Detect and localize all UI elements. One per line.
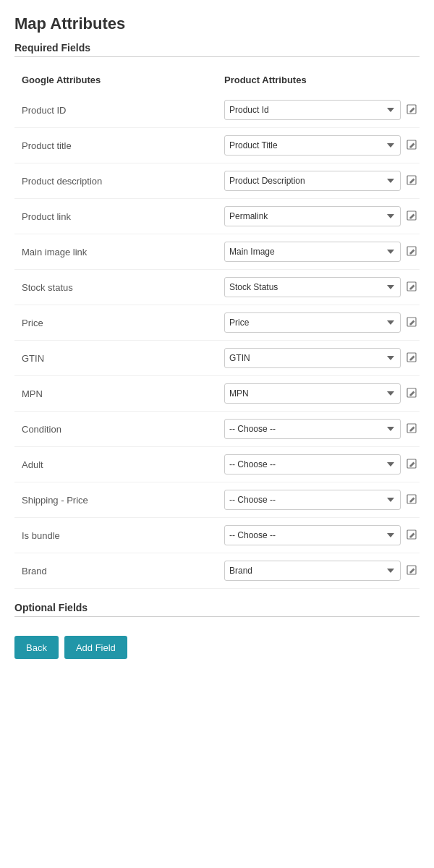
- attr-control-product-link: Permalink: [224, 206, 420, 226]
- attr-control-main-image-link: Main Image: [224, 242, 420, 262]
- attributes-table: Product IDProduct Id Product titleProduc…: [14, 93, 420, 589]
- attr-label-shipping-price: Shipping - Price: [14, 495, 224, 506]
- attr-select-adult[interactable]: -- Choose --: [224, 454, 401, 475]
- attr-label-adult: Adult: [14, 459, 224, 470]
- attr-label-condition: Condition: [14, 424, 224, 435]
- edit-icon-stock-status[interactable]: [405, 280, 420, 294]
- attr-select-product-description[interactable]: Product Description: [224, 171, 401, 191]
- table-row: Main image linkMain Image: [14, 234, 420, 270]
- edit-icon-gtin[interactable]: [405, 351, 420, 365]
- edit-icon-is-bundle[interactable]: [405, 528, 420, 542]
- table-row: Shipping - Price-- Choose --: [14, 482, 420, 518]
- attr-label-brand: Brand: [14, 566, 224, 576]
- table-row: Stock statusStock Status: [14, 270, 420, 305]
- optional-section-title: Optional Fields: [14, 602, 420, 613]
- table-row: Adult-- Choose --: [14, 447, 420, 482]
- attr-select-gtin[interactable]: GTIN: [224, 348, 401, 368]
- optional-divider: [14, 616, 420, 617]
- buttons-row: Back Add Field: [14, 630, 420, 659]
- attr-control-is-bundle: -- Choose --: [224, 525, 420, 545]
- attr-control-adult: -- Choose --: [224, 454, 420, 475]
- edit-icon-product-description[interactable]: [405, 174, 420, 188]
- edit-icon-mpn[interactable]: [405, 386, 420, 401]
- attr-label-mpn: MPN: [14, 388, 224, 399]
- edit-icon-main-image-link[interactable]: [405, 244, 420, 259]
- page-container: Map Attributes Required Fields Google At…: [0, 0, 434, 681]
- attr-label-stock-status: Stock status: [14, 282, 224, 293]
- attr-label-is-bundle: Is bundle: [14, 530, 224, 541]
- page-title: Map Attributes: [14, 14, 420, 33]
- table-row: Product descriptionProduct Description: [14, 163, 420, 199]
- table-row: MPNMPN: [14, 376, 420, 412]
- col-header-google: Google Attributes: [14, 75, 224, 85]
- optional-section: Optional Fields: [14, 602, 420, 617]
- attr-control-shipping-price: -- Choose --: [224, 490, 420, 510]
- col-header-product: Product Attributes: [224, 75, 420, 85]
- attr-select-shipping-price[interactable]: -- Choose --: [224, 490, 401, 510]
- table-row: Condition-- Choose --: [14, 412, 420, 447]
- back-button[interactable]: Back: [14, 636, 59, 659]
- attr-select-is-bundle[interactable]: -- Choose --: [224, 525, 401, 545]
- attr-label-product-link: Product link: [14, 211, 224, 222]
- attr-label-product-description: Product description: [14, 176, 224, 187]
- attr-control-mpn: MPN: [224, 383, 420, 404]
- table-row: GTINGTIN: [14, 341, 420, 376]
- edit-icon-shipping-price[interactable]: [405, 493, 420, 507]
- table-row: Product linkPermalink: [14, 199, 420, 234]
- required-section-title: Required Fields: [14, 42, 420, 54]
- attr-select-price[interactable]: Price: [224, 312, 401, 333]
- attr-control-brand: Brand: [224, 561, 420, 581]
- attr-label-product-id: Product ID: [14, 105, 224, 116]
- edit-icon-product-link[interactable]: [405, 209, 420, 224]
- attr-select-condition[interactable]: -- Choose --: [224, 419, 401, 439]
- attr-select-stock-status[interactable]: Stock Status: [224, 277, 401, 297]
- table-row: Is bundle-- Choose --: [14, 518, 420, 553]
- attr-control-product-description: Product Description: [224, 171, 420, 191]
- attr-select-product-title[interactable]: Product Title: [224, 135, 401, 156]
- attr-label-product-title: Product title: [14, 140, 224, 151]
- edit-icon-product-title[interactable]: [405, 138, 420, 153]
- table-row: BrandBrand: [14, 553, 420, 589]
- table-row: PricePrice: [14, 305, 420, 341]
- table-row: Product titleProduct Title: [14, 128, 420, 163]
- edit-icon-condition[interactable]: [405, 422, 420, 436]
- add-field-button[interactable]: Add Field: [64, 636, 127, 659]
- table-header: Google Attributes Product Attributes: [14, 70, 420, 93]
- attr-label-main-image-link: Main image link: [14, 247, 224, 258]
- edit-icon-adult[interactable]: [405, 457, 420, 472]
- attr-select-brand[interactable]: Brand: [224, 561, 401, 581]
- edit-icon-brand[interactable]: [405, 563, 420, 578]
- edit-icon-product-id[interactable]: [405, 103, 420, 117]
- attr-label-gtin: GTIN: [14, 353, 224, 364]
- edit-icon-price[interactable]: [405, 315, 420, 330]
- attr-select-mpn[interactable]: MPN: [224, 383, 401, 404]
- attr-control-condition: -- Choose --: [224, 419, 420, 439]
- attr-select-product-id[interactable]: Product Id: [224, 100, 401, 120]
- attr-label-price: Price: [14, 318, 224, 328]
- attr-control-gtin: GTIN: [224, 348, 420, 368]
- required-divider: [14, 56, 420, 57]
- attr-select-main-image-link[interactable]: Main Image: [224, 242, 401, 262]
- table-row: Product IDProduct Id: [14, 93, 420, 128]
- attr-control-product-id: Product Id: [224, 100, 420, 120]
- attr-control-product-title: Product Title: [224, 135, 420, 156]
- attr-control-price: Price: [224, 312, 420, 333]
- attr-control-stock-status: Stock Status: [224, 277, 420, 297]
- attr-select-product-link[interactable]: Permalink: [224, 206, 401, 226]
